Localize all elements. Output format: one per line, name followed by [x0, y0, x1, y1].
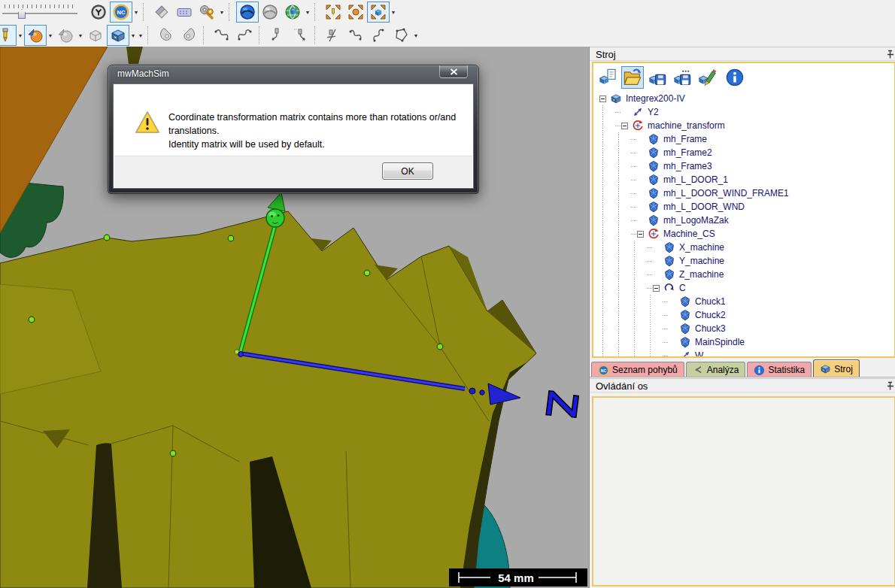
machine-open-icon[interactable]: [621, 66, 644, 89]
dropdown-arrow-icon[interactable]: ▼: [129, 33, 137, 38]
tree-item-mh-l-door-wind-frame1[interactable]: mh_L_DOOR_WIND_FRAME1: [593, 186, 894, 200]
tree-item-label: machine_transform: [648, 120, 725, 131]
tree-item-chuck3[interactable]: Chuck3: [593, 322, 894, 335]
tree-item-z-machine[interactable]: Z_machine: [593, 268, 894, 281]
tree-item-mh-frame3[interactable]: mh_Frame3: [593, 159, 894, 173]
tab-anal-za[interactable]: Analýza: [686, 362, 746, 377]
machine-save-icon[interactable]: [646, 66, 669, 89]
tab-stroj[interactable]: Stroj: [813, 359, 860, 377]
cone-left-icon[interactable]: [155, 25, 177, 46]
view-mode-icon[interactable]: [150, 2, 173, 23]
pin-icon[interactable]: [886, 381, 895, 391]
mesh-icon: [663, 255, 675, 267]
fit-tool-icon[interactable]: [322, 2, 344, 23]
stock-gray-icon[interactable]: [54, 25, 77, 46]
tree-item-chuck2[interactable]: Chuck2: [593, 308, 894, 322]
tree-item-w[interactable]: W: [593, 349, 894, 358]
path-strike-icon[interactable]: [322, 25, 344, 46]
box-gray-icon[interactable]: [84, 25, 107, 46]
tree-connector: [631, 153, 636, 153]
machine-cube-icon: [820, 363, 831, 374]
keyboard-icon[interactable]: [173, 2, 196, 23]
slider-thumb[interactable]: [18, 9, 26, 19]
path-zigzag-icon[interactable]: [211, 25, 233, 46]
path-closed-icon[interactable]: [390, 25, 412, 46]
mesh-icon: [679, 323, 691, 335]
tree-item-mh-l-door-wnd[interactable]: mh_L_DOOR_WND: [593, 200, 894, 214]
simulation-speed-slider[interactable]: [0, 2, 81, 23]
tab-seznam-pohyb-[interactable]: NCSeznam pohybů: [591, 362, 684, 377]
info-icon[interactable]: [724, 66, 746, 89]
transform-icon: [632, 120, 644, 132]
dropdown-arrow-icon[interactable]: ▼: [77, 33, 84, 38]
mesh-icon: [648, 160, 660, 172]
tree-item-chuck1[interactable]: Chuck1: [593, 295, 894, 308]
sphere-blue-icon[interactable]: [236, 2, 259, 23]
path-tool-icon[interactable]: [266, 25, 289, 46]
collapse-expander-icon[interactable]: [637, 231, 644, 238]
mesh-icon: [679, 309, 691, 321]
tree-item-mh-frame[interactable]: mh_Frame: [593, 132, 894, 146]
tree-item-y2[interactable]: Y2: [593, 105, 894, 119]
collapse-expander-icon[interactable]: [653, 285, 660, 292]
tab-statistika[interactable]: Statistika: [747, 362, 812, 377]
tree-item-mh-l-door-1[interactable]: mh_L_DOOR_1: [593, 173, 894, 186]
path-tool-dots-icon[interactable]: [289, 25, 311, 46]
path-zigzag2-icon[interactable]: [233, 25, 256, 46]
settings-wrench-icon[interactable]: [196, 2, 218, 23]
tree-item-mainspindle[interactable]: MainSpindle: [593, 335, 894, 349]
tree-item-label: mh_Frame3: [663, 161, 712, 171]
machine-cube-icon[interactable]: [107, 25, 129, 46]
dropdown-arrow-icon[interactable]: ▼: [47, 33, 54, 38]
tree-item-y-machine[interactable]: Y_machine: [593, 254, 894, 268]
tree-item-c[interactable]: C: [593, 281, 894, 295]
dropdown-arrow-icon[interactable]: ▼: [218, 10, 226, 15]
cone-right-icon[interactable]: [177, 25, 200, 46]
collapse-expander-icon[interactable]: [599, 95, 606, 102]
path-curve-icon[interactable]: [344, 25, 367, 46]
tree-item-machine-transform[interactable]: machine_transform: [593, 119, 894, 132]
tree-connector: [631, 193, 636, 194]
mwmachsim-dialog: mwMachSim Coordinate transformation matr…: [108, 65, 479, 194]
ok-button[interactable]: OK: [382, 162, 433, 180]
dropdown-arrow-icon[interactable]: ▼: [132, 10, 140, 15]
tree-item-label: Machine_CS: [663, 229, 715, 239]
analysis-curve-icon: [693, 365, 704, 376]
pin-icon[interactable]: [886, 50, 895, 59]
dialog-message-line: translations.: [168, 124, 484, 138]
tree-connector: [631, 220, 636, 221]
machine-saveas-icon[interactable]: [671, 66, 693, 89]
dropdown-arrow-icon[interactable]: ▼: [412, 33, 420, 38]
tool-holder-icon[interactable]: [0, 25, 17, 46]
tree-item-integrex200-iv[interactable]: Integrex200-IV: [593, 92, 894, 105]
nc-mode-icon[interactable]: NC: [110, 2, 132, 23]
tree-item-label: Chuck2: [695, 310, 726, 320]
dropdown-arrow-icon[interactable]: ▼: [304, 10, 311, 15]
path-curve2-icon[interactable]: [367, 25, 390, 46]
slider-ticks: [5, 5, 75, 8]
stock-orange-icon[interactable]: [24, 25, 47, 46]
machine-edit-icon[interactable]: [696, 66, 718, 89]
dropdown-arrow-icon[interactable]: ▼: [390, 10, 397, 15]
globe-icon[interactable]: [281, 2, 304, 23]
toolbar-row-2: ▼▼▼▼▼▼: [0, 24, 420, 47]
nc-mode-icon: NC: [598, 365, 609, 376]
gauge-icon[interactable]: [87, 2, 110, 23]
sphere-gray-icon[interactable]: [259, 2, 281, 23]
tree-item-mh-logomazak[interactable]: mh_LogoMaZak: [593, 214, 894, 227]
dropdown-arrow-icon[interactable]: ▼: [17, 33, 24, 38]
machine-icon: [610, 92, 622, 105]
fit-machine-icon[interactable]: [367, 2, 390, 23]
fit-stock-icon[interactable]: [344, 2, 367, 23]
dropdown-arrow-icon[interactable]: ▼: [137, 33, 144, 38]
toolbar-separator: [203, 26, 208, 44]
mesh-icon: [648, 147, 660, 159]
axis-sphere-handle[interactable]: [266, 209, 284, 227]
toolbar-separator: [143, 3, 148, 21]
machine-new-icon[interactable]: [596, 66, 619, 89]
close-icon[interactable]: [439, 65, 468, 78]
collapse-expander-icon[interactable]: [621, 123, 628, 129]
tree-item-machine-cs[interactable]: Machine_CS: [593, 227, 894, 241]
tree-item-x-machine[interactable]: X_machine: [593, 241, 894, 254]
tree-item-mh-frame2[interactable]: mh_Frame2: [593, 146, 894, 159]
